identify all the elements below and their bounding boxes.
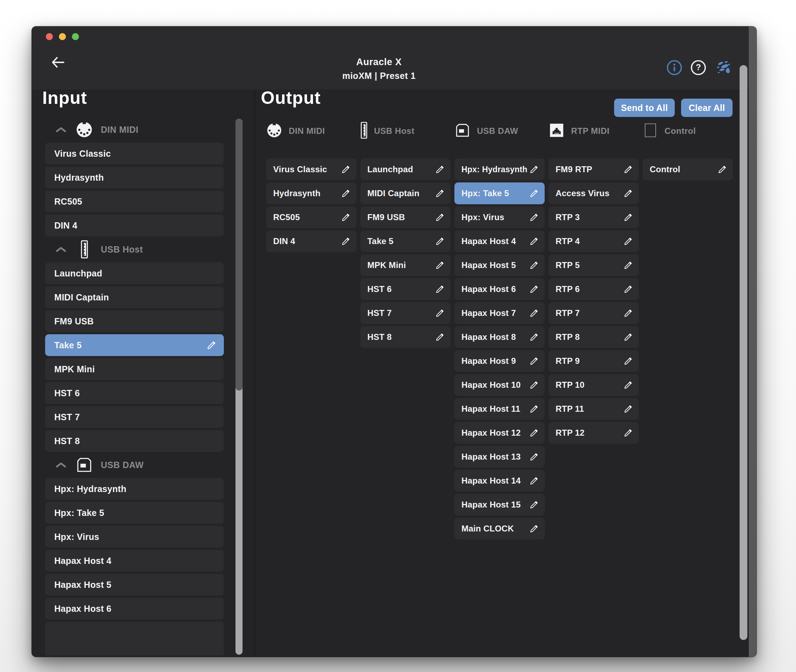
edit-pencil-icon[interactable] (623, 236, 633, 246)
output-item-rtp-9[interactable]: RTP 9 (549, 350, 639, 372)
output-item-hst-8[interactable]: HST 8 (360, 326, 451, 348)
edit-pencil-icon[interactable] (529, 404, 539, 414)
edit-pencil-icon[interactable] (623, 404, 633, 414)
output-item-main-clock[interactable]: Main CLOCK (454, 518, 545, 539)
output-item-hapax-host-11[interactable]: Hapax Host 11 (454, 398, 545, 420)
edit-pencil-icon[interactable] (623, 212, 633, 222)
edit-pencil-icon[interactable] (623, 189, 633, 198)
input-item-hapax-host-4[interactable]: Hapax Host 4 (45, 550, 224, 572)
output-item-rtp-3[interactable]: RTP 3 (549, 206, 639, 228)
edit-pencil-icon[interactable] (435, 308, 445, 318)
edit-pencil-icon[interactable] (341, 212, 351, 222)
info-button[interactable] (666, 59, 682, 76)
output-item-rtp-11[interactable]: RTP 11 (549, 398, 639, 420)
edit-pencil-icon[interactable] (529, 212, 539, 222)
edit-pencil-icon[interactable] (623, 260, 633, 270)
output-item-hydrasynth[interactable]: Hydrasynth (266, 182, 356, 204)
output-item-virus-classic[interactable]: Virus Classic (266, 158, 356, 180)
input-item-midi-captain[interactable]: MIDI Captain (45, 286, 224, 308)
input-item-rc505[interactable]: RC505 (45, 190, 224, 212)
edit-pencil-icon[interactable] (529, 476, 539, 486)
input-item-hapax-host-6[interactable]: Hapax Host 6 (45, 598, 224, 619)
edit-pencil-icon[interactable] (529, 284, 539, 294)
edit-pencil-icon[interactable] (623, 356, 633, 366)
chevron-up-icon[interactable] (56, 246, 66, 253)
output-item-hpx-take-5[interactable]: Hpx: Take 5 (454, 182, 545, 204)
output-item-hapax-host-6[interactable]: Hapax Host 6 (454, 278, 545, 300)
edit-pencil-icon[interactable] (341, 236, 351, 246)
chevron-up-icon[interactable] (56, 246, 66, 253)
input-section-header-din-midi[interactable]: DIN MIDI (45, 119, 241, 141)
output-item-fm9-rtp[interactable]: FM9 RTP (549, 158, 639, 180)
edit-pencil-icon[interactable] (529, 428, 539, 438)
output-item-hapax-host-7[interactable]: Hapax Host 7 (454, 302, 545, 324)
edit-pencil-icon[interactable] (341, 165, 351, 174)
input-item-hst-7[interactable]: HST 7 (45, 406, 224, 428)
input-item-din-4[interactable]: DIN 4 (45, 214, 224, 236)
output-item-hapax-host-15[interactable]: Hapax Host 15 (454, 494, 545, 516)
edit-pencil-icon[interactable] (717, 165, 727, 174)
output-item-hapax-host-9[interactable]: Hapax Host 9 (454, 350, 545, 372)
output-item-midi-captain[interactable]: MIDI Captain (360, 182, 451, 204)
input-item-hapax-host-5[interactable]: Hapax Host 5 (45, 574, 224, 595)
chevron-up-icon[interactable] (56, 126, 66, 133)
output-item-rtp-7[interactable]: RTP 7 (549, 302, 639, 324)
send-to-all-button[interactable]: Send to All (614, 99, 675, 117)
edit-pencil-icon[interactable] (435, 236, 445, 246)
minimize-window-button[interactable] (59, 33, 66, 40)
output-item-hapax-host-12[interactable]: Hapax Host 12 (454, 422, 545, 444)
input-item-mpk-mini[interactable]: MPK Mini (45, 358, 224, 380)
input-item-virus-classic[interactable]: Virus Classic (45, 142, 224, 165)
output-item-hst-7[interactable]: HST 7 (360, 302, 451, 324)
edit-pencil-icon[interactable] (435, 165, 445, 174)
back-button[interactable] (51, 56, 66, 69)
input-item-hydrasynth[interactable]: Hydrasynth (45, 166, 224, 189)
edit-pencil-icon[interactable] (341, 189, 351, 198)
output-item-take-5[interactable]: Take 5 (360, 230, 451, 252)
input-item-hpx-hydrasynth[interactable]: Hpx: Hydrasynth (45, 478, 224, 500)
edit-pencil-icon[interactable] (623, 308, 633, 318)
input-section-header-usb-daw[interactable]: USB DAW (45, 454, 241, 476)
input-item-hst-8[interactable]: HST 8 (45, 430, 224, 452)
close-window-button[interactable] (46, 33, 53, 40)
output-item-din-4[interactable]: DIN 4 (266, 230, 356, 252)
output-item-rtp-8[interactable]: RTP 8 (549, 326, 639, 348)
edit-pencil-icon[interactable] (529, 308, 539, 318)
output-item-hapax-host-13[interactable]: Hapax Host 13 (454, 446, 545, 468)
edit-pencil-icon[interactable] (435, 212, 445, 222)
edit-pencil-icon[interactable] (623, 332, 633, 342)
input-item-hst-6[interactable]: HST 6 (45, 382, 224, 404)
output-item-hapax-host-5[interactable]: Hapax Host 5 (454, 254, 545, 276)
chevron-up-icon[interactable] (56, 126, 66, 133)
edit-pencil-icon[interactable] (529, 524, 539, 534)
output-item-mpk-mini[interactable]: MPK Mini (360, 254, 451, 276)
edit-pencil-icon[interactable] (529, 452, 539, 462)
output-item-rc505[interactable]: RC505 (266, 206, 356, 228)
edit-pencil-icon[interactable] (623, 165, 633, 174)
chevron-up-icon[interactable] (56, 462, 66, 468)
chevron-up-icon[interactable] (56, 462, 66, 468)
input-list-item-partial[interactable] (45, 622, 224, 656)
output-item-control[interactable]: Control (643, 158, 733, 180)
output-item-hapax-host-10[interactable]: Hapax Host 10 (454, 374, 545, 396)
output-item-rtp-10[interactable]: RTP 10 (549, 374, 639, 396)
edit-pencil-icon[interactable] (529, 165, 539, 174)
edit-pencil-icon[interactable] (435, 260, 445, 270)
edit-pencil-icon[interactable] (623, 380, 633, 390)
edit-pencil-icon[interactable] (623, 284, 633, 294)
output-item-fm9-usb[interactable]: FM9 USB (360, 206, 451, 228)
window-scrollbar-track[interactable] (749, 26, 756, 657)
zoom-window-button[interactable] (72, 33, 79, 40)
output-item-hapax-host-14[interactable]: Hapax Host 14 (454, 470, 545, 492)
output-item-hst-6[interactable]: HST 6 (360, 278, 451, 300)
input-section-header-usb-host[interactable]: USB Host (45, 238, 241, 260)
edit-pencil-icon[interactable] (529, 380, 539, 390)
edit-pencil-icon[interactable] (529, 260, 539, 270)
edit-pencil-icon[interactable] (529, 500, 539, 510)
output-item-launchpad[interactable]: Launchpad (360, 158, 451, 180)
output-item-hpx-hydrasynth[interactable]: Hpx: Hydrasynth (454, 158, 545, 180)
output-item-access-virus[interactable]: Access Virus (549, 182, 639, 204)
window-scrollbar-thumb[interactable] (740, 65, 747, 640)
help-button[interactable]: ? (690, 59, 706, 76)
edit-pencil-icon[interactable] (529, 332, 539, 342)
